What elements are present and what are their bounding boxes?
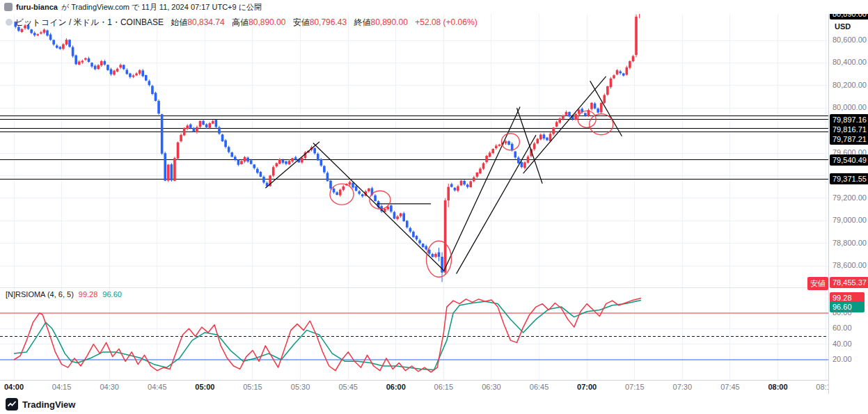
- tradingview-logo[interactable]: [6, 398, 18, 411]
- level-price-label: 79,371.55: [830, 173, 868, 184]
- indicator-name[interactable]: [N]RSIOMA (4, 6, 5): [6, 290, 74, 298]
- time-label: 06:30: [482, 383, 501, 391]
- indicator-value-rsi: 99.28: [79, 290, 98, 298]
- low-label: 安値: [293, 17, 310, 27]
- open-label: 始値: [171, 17, 187, 27]
- level-price-label: 79,540.49: [830, 154, 868, 166]
- rsi-tick-label: 40.00: [833, 340, 852, 348]
- price-tick-label: 80,400.00: [833, 58, 867, 66]
- session-low-tag: 安値: [807, 277, 828, 290]
- publish-header: furu-bianca が TradingView.com で 11月 11, …: [0, 0, 868, 14]
- level-price-label: 79,787.21: [830, 134, 868, 145]
- price-tick-label: 80,600.00: [833, 35, 867, 44]
- rsi-tick-label: 20.00: [833, 355, 852, 363]
- time-label: 06:15: [434, 383, 454, 391]
- time-label: 05:45: [338, 383, 358, 391]
- brand-name[interactable]: TradingView: [22, 399, 75, 410]
- time-label: 07:15: [625, 383, 645, 391]
- symbol-title[interactable]: ビットコイン / 米ドル・1・COINBASE: [15, 17, 164, 27]
- change-value: +52.08 (+0.06%): [415, 17, 477, 27]
- footer-bar: TradingView: [0, 395, 868, 414]
- time-label: 04:30: [100, 383, 119, 391]
- time-label: 04:45: [148, 383, 167, 391]
- symbol-legend: ビットコイン / 米ドル・1・COINBASE 始値80,834.74 高値80…: [6, 17, 478, 29]
- price-chart-canvas[interactable]: [0, 0, 828, 394]
- open-value: 80,834.74: [187, 17, 224, 27]
- time-label: 05:15: [243, 383, 262, 391]
- publisher-avatar[interactable]: [4, 3, 13, 11]
- high-label: 高値: [232, 17, 248, 27]
- time-label: 08:15: [816, 383, 828, 391]
- time-label: 04:15: [52, 383, 72, 391]
- close-label: 終値: [354, 17, 371, 27]
- time-label: 05:30: [291, 383, 310, 391]
- publish-info: が TradingView.com で 11月 11, 2024 07:17 U…: [61, 2, 262, 13]
- horizontal-price-lines[interactable]: [0, 116, 828, 179]
- time-label: 07:45: [720, 383, 740, 391]
- price-tick-label: 80,200.00: [833, 81, 867, 89]
- panel-separator[interactable]: [0, 287, 828, 288]
- currency-label[interactable]: USD: [835, 22, 851, 31]
- symbol-icon: [6, 19, 13, 26]
- time-label: 07:00: [577, 383, 597, 391]
- close-value: 80,890.00: [371, 17, 408, 27]
- time-label: 06:00: [386, 383, 406, 391]
- time-scale[interactable]: 04:0004:1504:3004:4505:0005:1505:3005:45…: [0, 381, 828, 394]
- tradingview-snapshot: furu-bianca が TradingView.com で 11月 11, …: [0, 0, 868, 414]
- time-label: 05:00: [195, 383, 214, 391]
- price-tick-label: 78,600.00: [833, 261, 867, 269]
- time-label: 04:00: [4, 383, 24, 391]
- time-label: 08:00: [768, 383, 787, 391]
- candles: [14, 8, 640, 282]
- time-label: 07:30: [673, 383, 693, 391]
- indicator-legend: [N]RSIOMA (4, 6, 5)99.2896.60: [6, 290, 122, 298]
- time-label: 06:45: [530, 383, 549, 391]
- session-low-price-label: 78,455.37: [830, 277, 868, 288]
- price-tick-label: 79,200.00: [833, 193, 867, 202]
- publisher-name[interactable]: furu-bianca: [16, 3, 58, 11]
- low-value: 80,796.43: [310, 17, 347, 27]
- price-tick-label: 79,000.00: [833, 216, 867, 224]
- high-value: 80,890.00: [248, 17, 285, 27]
- price-tick-label: 80,000.00: [833, 103, 867, 111]
- rsi-pane: [0, 298, 828, 372]
- indicator-value-rsioma: 96.60: [102, 290, 122, 298]
- rsi-tick-label: 80.00: [833, 308, 852, 317]
- rsi-tick-label: 60.00: [833, 324, 852, 332]
- price-tick-label: 78,800.00: [833, 239, 867, 247]
- price-scale[interactable]: 80,890.00 USD 78,455.37 99.28 96.60 80,6…: [828, 0, 868, 394]
